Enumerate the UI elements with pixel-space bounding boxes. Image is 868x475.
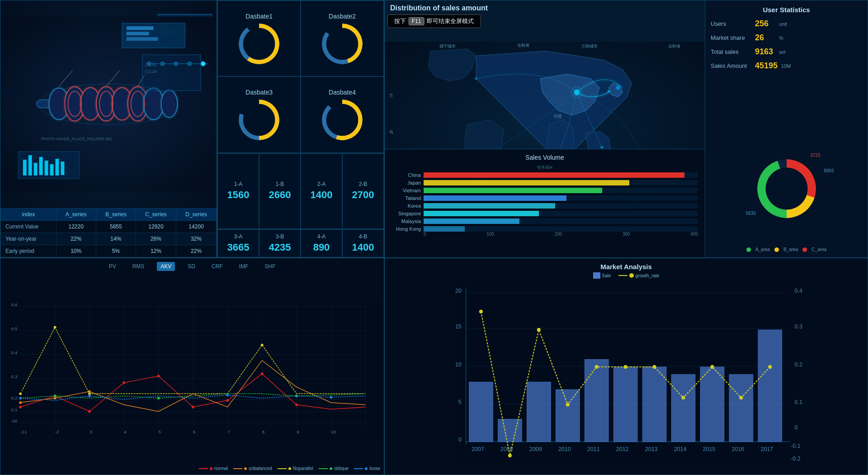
- bar-fill: [424, 226, 465, 232]
- svg-text:2017: 2017: [760, 446, 773, 452]
- bar-label: Singapore: [392, 211, 421, 216]
- chart-tab-akv[interactable]: AKV: [157, 262, 175, 271]
- svg-point-62: [475, 77, 477, 80]
- svg-rect-159: [671, 375, 695, 442]
- svg-point-59: [600, 146, 603, 148]
- table-cell-a: 10%: [56, 245, 96, 257]
- table-cell-a: 12220: [56, 221, 96, 233]
- dasbate1-donut: [239, 24, 279, 64]
- donut-label-5630: 5630: [746, 211, 756, 216]
- svg-text:马: 马: [389, 130, 393, 134]
- svg-point-118: [19, 401, 22, 404]
- market-title: Market Analysis: [389, 263, 863, 271]
- number-tile: 4-A 890: [301, 229, 342, 257]
- stat-users: Users 256 unit: [711, 19, 862, 28]
- bar-fill: [424, 180, 629, 185]
- svg-text:印度: 印度: [554, 114, 562, 119]
- bar-fill: [424, 172, 684, 178]
- svg-text:0.2: 0.2: [11, 395, 18, 400]
- svg-text:-0.2: -0.2: [791, 456, 801, 462]
- dasbate3-donut: [239, 100, 279, 140]
- svg-point-181: [681, 396, 685, 399]
- svg-text:3: 3: [90, 429, 92, 434]
- bar-track: [424, 195, 698, 201]
- legend-name: loose: [369, 466, 380, 471]
- svg-point-131: [330, 396, 332, 399]
- f11-key-badge: F11: [409, 17, 425, 25]
- bar-fill: [424, 203, 555, 209]
- svg-text:2009: 2009: [529, 446, 542, 452]
- line-chart: 0.6 0.5 0.4 0.3 0.2 0.1 -20: [4, 275, 380, 464]
- tile-label: 2-A: [317, 181, 326, 187]
- svg-text:2013: 2013: [645, 446, 658, 452]
- right-top-panel: Distribution of sales amount: [384, 0, 868, 258]
- number-tile: 4-B 1400: [342, 229, 384, 257]
- chart-tab-crf[interactable]: CRF: [208, 262, 226, 271]
- svg-text:◻ 1.52: ◻ 1.52: [145, 62, 157, 67]
- users-value: 256: [755, 19, 775, 28]
- svg-point-124: [261, 344, 264, 347]
- table-row: Current Value 12220 5855 12920 14200: [1, 221, 217, 233]
- svg-text:9: 9: [297, 429, 299, 434]
- svg-point-115: [226, 399, 229, 402]
- svg-text:15: 15: [455, 323, 462, 330]
- sales-volume-title: Sales Volume: [392, 154, 698, 161]
- bar-track: [424, 180, 698, 185]
- bar-track: [424, 226, 698, 232]
- bar-label: Vietnam: [392, 188, 421, 193]
- svg-text:0.4: 0.4: [11, 350, 18, 355]
- chart-tab-imf[interactable]: IMF: [236, 262, 252, 271]
- svg-text:达制省: 达制省: [668, 44, 680, 48]
- legend-sale: Sale: [593, 272, 611, 279]
- tile-value: 1400: [311, 189, 333, 201]
- svg-point-174: [479, 310, 483, 314]
- legend-growth-icon: [618, 275, 627, 276]
- svg-point-179: [623, 365, 627, 369]
- bar-track: [424, 172, 698, 178]
- total-label: Total sales: [711, 48, 751, 55]
- svg-point-177: [566, 403, 570, 406]
- donut-4: [322, 100, 363, 140]
- dasbate3-item: Dasbate3: [217, 76, 301, 152]
- svg-rect-32: [23, 160, 27, 176]
- svg-text:6: 6: [193, 429, 195, 434]
- chart-tabs[interactable]: PVRMSAKVSDCRFIMFSHF: [4, 262, 380, 271]
- svg-text:源宁城市: 源宁城市: [439, 44, 456, 48]
- user-stats-donut-area: 3725 8865 5630: [757, 159, 816, 218]
- chart-tab-sd[interactable]: SD: [184, 262, 199, 271]
- chart-tab-rms[interactable]: RMS: [129, 262, 148, 271]
- th-a: A_series: [56, 209, 96, 221]
- svg-point-128: [19, 397, 22, 399]
- table-cell-label: Year-on-year: [1, 233, 57, 245]
- svg-rect-36: [45, 161, 48, 176]
- svg-point-184: [768, 365, 772, 369]
- chart-tab-shf[interactable]: SHF: [261, 262, 279, 271]
- svg-rect-162: [758, 330, 782, 442]
- user-stats-panel: User Statistics Users 256 unit Market sh…: [705, 0, 868, 257]
- th-index: index: [1, 209, 57, 221]
- table-cell-a: 22%: [56, 233, 96, 245]
- svg-text:0.4: 0.4: [795, 288, 802, 294]
- svg-text:0: 0: [795, 424, 798, 431]
- tile-value: 1400: [352, 242, 374, 253]
- bar-label: Tailand: [392, 195, 421, 201]
- svg-point-111: [88, 410, 91, 413]
- legend-line: [319, 468, 328, 469]
- svg-rect-157: [613, 367, 637, 442]
- number-tiles-row1: 1-A 15601-B 26602-A 14002-B 2700: [217, 153, 384, 229]
- donut-1: [239, 24, 279, 64]
- tile-value: 3665: [227, 242, 250, 253]
- svg-rect-153: [498, 419, 522, 442]
- svg-point-10: [201, 62, 205, 66]
- svg-text:-20: -20: [11, 418, 18, 423]
- table-cell-d: 22%: [176, 245, 216, 257]
- legend-sale-label: Sale: [602, 273, 611, 278]
- bar-track: [424, 218, 698, 224]
- chart-tab-pv[interactable]: PV: [105, 262, 120, 271]
- svg-rect-33: [28, 155, 32, 176]
- svg-text:0.5: 0.5: [11, 326, 18, 331]
- number-tile: 1-B 2660: [259, 153, 301, 229]
- svg-rect-74: [4, 299, 380, 440]
- market-unit: %: [779, 35, 783, 41]
- tile-label: 1-B: [276, 181, 284, 187]
